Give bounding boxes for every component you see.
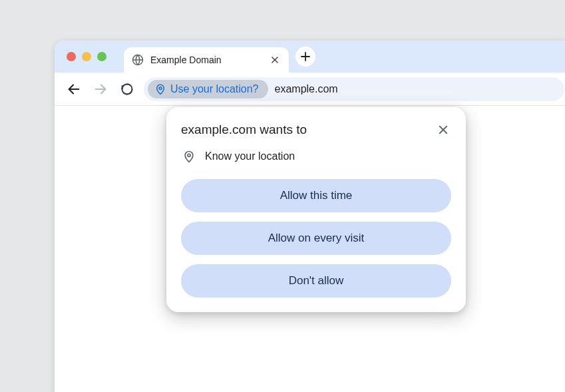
arrow-left-icon <box>67 82 81 97</box>
toolbar: Use your location? example.com <box>55 73 565 106</box>
window-maximize-button[interactable] <box>97 52 106 61</box>
browser-window: Example Domain <box>55 41 565 392</box>
url-text: example.com <box>275 83 338 95</box>
window-close-button[interactable] <box>67 52 76 61</box>
permission-request-row: Know your location <box>181 150 451 163</box>
reload-button[interactable] <box>117 79 137 99</box>
plus-icon <box>299 51 311 63</box>
window-controls <box>67 52 106 61</box>
dialog-close-button[interactable] <box>435 122 451 138</box>
window-minimize-button[interactable] <box>82 52 91 61</box>
location-pin-icon <box>154 83 166 95</box>
allow-once-button[interactable]: Allow this time <box>181 179 451 212</box>
page-viewport: example.com wants to <box>55 106 565 392</box>
permission-chip-label: Use your location? <box>170 83 259 95</box>
deny-button[interactable]: Don't allow <box>181 264 451 297</box>
new-tab-button[interactable] <box>295 47 315 67</box>
permission-dialog: example.com wants to <box>166 107 466 312</box>
forward-button[interactable] <box>91 79 110 99</box>
permission-request-label: Know your location <box>205 150 295 162</box>
permission-title-suffix: wants to <box>256 122 307 136</box>
browser-tab[interactable]: Example Domain <box>124 47 289 73</box>
globe-icon <box>132 54 144 66</box>
permission-chip[interactable]: Use your location? <box>148 80 268 98</box>
permission-dialog-title: example.com wants to <box>181 122 307 137</box>
back-button[interactable] <box>64 79 84 99</box>
close-icon[interactable] <box>269 54 281 66</box>
allow-always-button[interactable]: Allow on every visit <box>181 222 451 255</box>
location-pin-icon <box>182 150 196 163</box>
svg-point-7 <box>159 87 162 89</box>
tab-strip: Example Domain <box>55 41 565 73</box>
reload-icon <box>120 83 134 96</box>
tab-title: Example Domain <box>150 55 269 65</box>
close-icon <box>437 124 449 136</box>
address-bar[interactable]: Use your location? example.com <box>144 77 564 101</box>
permission-origin: example.com <box>181 122 256 136</box>
svg-point-10 <box>188 154 190 156</box>
arrow-right-icon <box>93 82 108 97</box>
